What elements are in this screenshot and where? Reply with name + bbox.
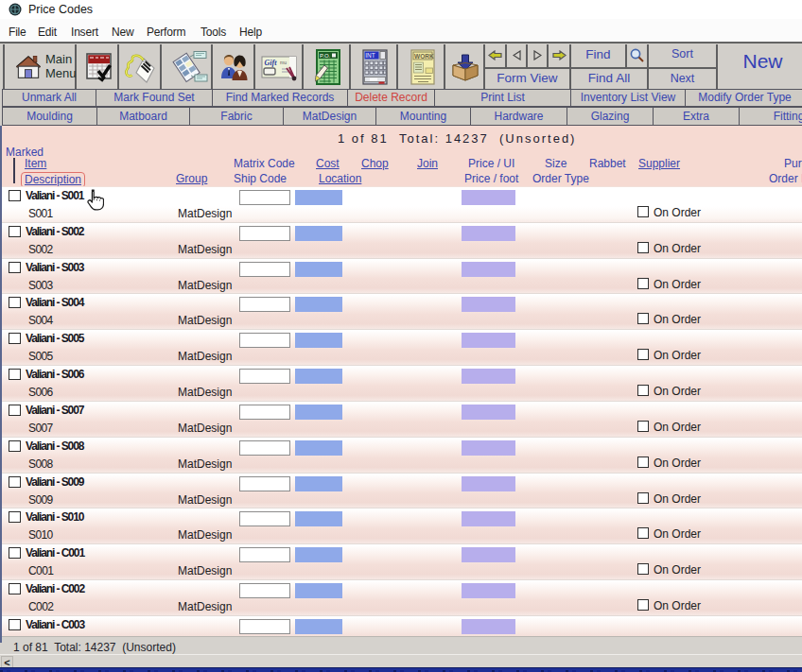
- svg-text:Gift: Gift: [265, 59, 278, 67]
- svg-text:P.O.: P.O.: [320, 53, 331, 59]
- svg-text:INT: INT: [365, 52, 375, 59]
- svg-text:mu: mu: [280, 60, 287, 65]
- svg-text:WORK: WORK: [414, 53, 434, 60]
